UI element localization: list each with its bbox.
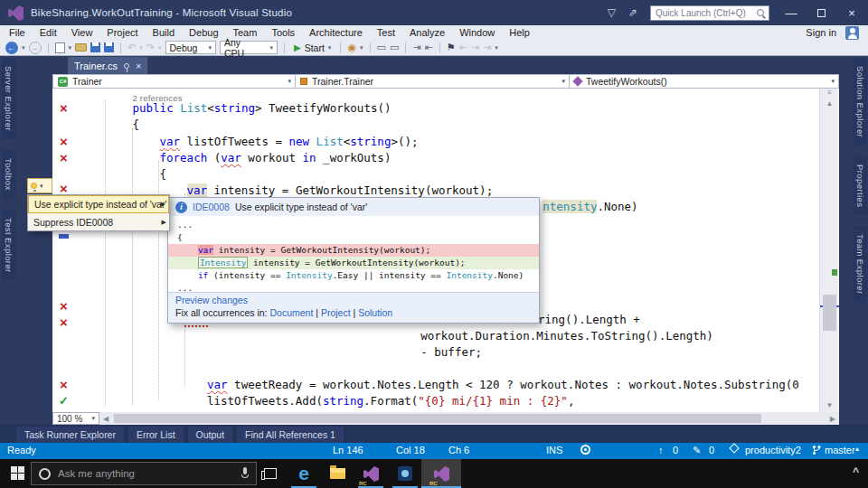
branch-name[interactable]: master <box>825 445 855 455</box>
vertical-scroll-thumb[interactable] <box>823 295 836 331</box>
panel-tab-output[interactable]: Output <box>188 427 233 443</box>
redo-dropdown-icon[interactable]: ▾ <box>158 44 162 52</box>
right-tab-properties[interactable]: Properties <box>854 156 867 215</box>
visual-studio-active-icon[interactable]: RC <box>431 465 451 483</box>
test-failed-icon[interactable]: × <box>57 151 71 164</box>
blend-icon[interactable] <box>395 465 415 483</box>
file-explorer-icon[interactable] <box>327 465 347 483</box>
new-project-dropdown-icon[interactable]: ▾ <box>69 44 72 52</box>
uncomment-icon[interactable]: ▭ <box>390 42 399 53</box>
redo-icon[interactable]: ↷ <box>146 42 155 53</box>
lightbulb-button[interactable]: ▾ <box>27 178 52 193</box>
indent-icon[interactable]: ⇥ <box>412 42 420 53</box>
splitter-handle-icon[interactable]: ≡ <box>820 89 839 97</box>
menu-edit[interactable]: Edit <box>33 26 64 39</box>
open-file-icon[interactable] <box>75 43 87 52</box>
clear-bookmarks-icon[interactable]: ⇥ <box>483 42 491 53</box>
repository-name[interactable]: productivity2 <box>745 445 801 455</box>
menu-analyze[interactable]: Analyze <box>402 26 452 39</box>
vertical-scrollbar[interactable]: ≡ ▲ ▼ <box>819 89 838 412</box>
code-line[interactable]: { <box>133 117 140 132</box>
solution-configuration-select[interactable]: Debug▾ <box>165 41 216 54</box>
task-view-button[interactable] <box>260 465 280 483</box>
right-tab-team-explorer[interactable]: Team Explorer <box>854 226 867 302</box>
scroll-down-icon[interactable]: ▼ <box>820 401 839 409</box>
navigate-back-dropdown-icon[interactable]: ▾ <box>22 44 25 52</box>
code-line[interactable]: - buffer; <box>420 345 482 360</box>
panel-tab-error-list[interactable]: Error List <box>128 427 184 443</box>
fix-scope-solution[interactable]: Solution <box>358 307 392 318</box>
menu-item-use-explicit-type[interactable]: Use explicit type instead of 'var'▶ <box>28 195 169 213</box>
start-button[interactable] <box>11 466 24 480</box>
panel-tab-find-all-references-1[interactable]: Find All References 1 <box>237 427 344 443</box>
type-dropdown[interactable]: Trainer.Trainer▾ <box>295 74 569 89</box>
code-line[interactable]: { <box>160 167 167 182</box>
pending-edits-icon[interactable]: ✎ <box>693 445 701 456</box>
code-line[interactable]: ring().Length + <box>538 313 640 327</box>
panel-tab-task-runner-explorer[interactable]: Task Runner Explorer <box>16 427 124 443</box>
pin-icon[interactable] <box>124 63 129 69</box>
repository-icon[interactable] <box>729 443 739 453</box>
feedback-smiley-icon[interactable] <box>580 445 590 455</box>
menu-help[interactable]: Help <box>502 26 537 39</box>
member-dropdown[interactable]: TweetifyWorkouts()▾ <box>569 74 839 89</box>
branch-icon[interactable] <box>812 445 821 457</box>
branch-menu-caret-icon[interactable]: ▴ <box>855 445 859 453</box>
minimize-button[interactable]: — <box>782 6 800 20</box>
code-line[interactable]: var intensity = GetWorkoutIntensity(work… <box>187 183 494 198</box>
navigate-forward-icon[interactable]: → <box>29 42 42 54</box>
menu-project[interactable]: Project <box>99 26 145 39</box>
cortana-search-input[interactable]: Ask me anything <box>31 462 257 485</box>
toolbar-overflow-icon[interactable]: ▾ <box>360 44 363 52</box>
navigate-back-icon[interactable]: ← <box>5 42 18 54</box>
send-feedback-icon[interactable]: ⇗ <box>628 6 637 19</box>
quick-launch-input[interactable]: Quick Launch (Ctrl+Q) <box>650 5 769 21</box>
maximize-button[interactable] <box>817 9 826 17</box>
code-line[interactable]: var tweetReady = workout.Notes.Length < … <box>207 378 799 392</box>
user-avatar[interactable] <box>845 26 859 40</box>
test-failed-icon[interactable]: × <box>57 315 71 329</box>
title-bar[interactable]: BikeSharing.WorkOutTraining - Microsoft … <box>0 0 868 25</box>
start-debugging-button[interactable]: ▶ Start ▾ <box>291 42 334 53</box>
menu-build[interactable]: Build <box>146 26 182 39</box>
previous-bookmark-icon[interactable]: ⇤ <box>459 42 467 53</box>
left-tab-server-explorer[interactable]: Server Explorer <box>2 58 15 139</box>
right-tab-solution-explorer[interactable]: Solution Explorer <box>854 58 867 145</box>
code-line[interactable]: listOfTweets.Add(string.Format("{0} mi/{… <box>207 394 574 408</box>
tab-trainer-cs[interactable]: Trainer.cs × <box>68 57 147 74</box>
fix-scope-project[interactable]: Project <box>321 307 351 318</box>
menu-test[interactable]: Test <box>370 26 402 39</box>
code-line[interactable]: workout.Duration.Minutes.ToString().Leng… <box>420 329 713 343</box>
left-tab-toolbox[interactable]: Toolbox <box>2 150 15 199</box>
test-failed-icon[interactable]: × <box>57 101 71 115</box>
test-failed-icon[interactable]: × <box>57 182 71 195</box>
outdent-icon[interactable]: ⇤ <box>425 42 433 53</box>
undo-icon[interactable]: ↶ <box>127 42 136 53</box>
save-all-icon[interactable] <box>104 42 114 52</box>
left-tab-test-explorer[interactable]: Test Explorer <box>2 210 15 281</box>
code-line[interactable]: var listOfTweets = new List<string>(); <box>160 135 419 149</box>
find-in-files-icon[interactable]: ◉ <box>347 42 356 53</box>
scroll-left-icon[interactable]: ◀ <box>99 415 112 423</box>
horizontal-scroll-thumb[interactable] <box>114 414 761 423</box>
next-bookmark-icon[interactable]: ⇥ <box>471 42 479 53</box>
edge-browser-icon[interactable]: e <box>294 465 314 483</box>
microphone-icon[interactable] <box>241 467 249 480</box>
test-failed-icon[interactable]: × <box>57 135 71 148</box>
close-button[interactable]: × <box>843 6 861 20</box>
new-project-icon[interactable] <box>55 42 65 53</box>
test-failed-icon[interactable]: × <box>57 378 71 391</box>
tab-close-icon[interactable]: × <box>136 61 141 71</box>
menu-tools[interactable]: Tools <box>264 26 302 39</box>
code-line[interactable]: foreach (var workout in _workOuts) <box>160 151 392 165</box>
comment-icon[interactable]: ▭ <box>377 42 386 53</box>
test-passed-icon[interactable]: ✓ <box>57 394 71 408</box>
project-dropdown[interactable]: C# Trainer▾ <box>52 74 295 89</box>
preview-changes-link[interactable]: Preview changes <box>175 295 532 305</box>
show-hidden-icons-chevron[interactable]: ^ <box>853 465 859 478</box>
menu-item-suppress[interactable]: Suppress IDE0008▶ <box>28 213 169 231</box>
menu-window[interactable]: Window <box>452 26 502 39</box>
code-line[interactable]: ntensity.None) <box>542 200 637 214</box>
notifications-filter-icon[interactable]: ▽ <box>608 6 616 19</box>
menu-debug[interactable]: Debug <box>182 26 225 39</box>
